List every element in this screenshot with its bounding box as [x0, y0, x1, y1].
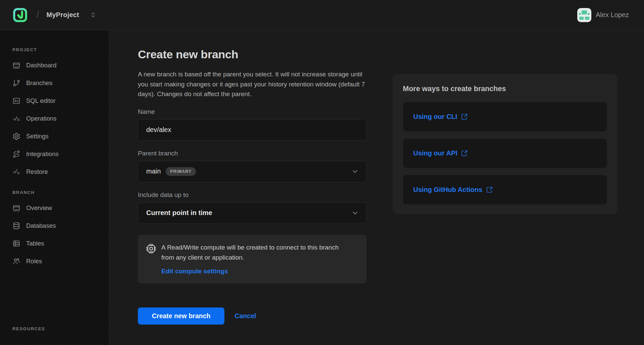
sidebar-item-integrations[interactable]: Integrations [12, 145, 109, 163]
sidebar-section-label: PROJECT [12, 47, 109, 52]
overview-icon [12, 204, 20, 212]
external-link-icon [461, 150, 468, 157]
sidebar-item-databases[interactable]: Databases [12, 217, 109, 234]
sidebar-item-label: Operations [26, 115, 57, 122]
external-link-icon [486, 186, 493, 193]
create-branch-button[interactable]: Create new branch [138, 307, 224, 325]
sidebar-item-label: Restore [26, 168, 48, 176]
sql-terminal-icon [12, 97, 20, 105]
cpu-icon [146, 244, 156, 254]
chevron-down-icon [351, 167, 359, 175]
name-label: Name [138, 108, 367, 116]
branch-name-input[interactable]: dev/alex [138, 119, 367, 141]
include-data-label: Include data up to [138, 191, 367, 199]
chevron-down-icon [351, 209, 359, 217]
edit-compute-settings-link[interactable]: Edit compute settings [161, 268, 228, 275]
sidebar-section-resources: RESOURCES [12, 326, 109, 331]
sidebar-item-label: Integrations [26, 150, 59, 158]
sidebar-section-label: RESOURCES [12, 326, 109, 331]
aside-cards: Using our CLIUsing our APIUsing GitHub A… [403, 102, 607, 205]
sidebar-item-tables[interactable]: Tables [12, 234, 109, 252]
brand: / MyProject [12, 7, 96, 23]
aside-card-using-github-actions[interactable]: Using GitHub Actions [403, 175, 607, 205]
database-icon [12, 222, 20, 230]
aside-card-using-our-cli[interactable]: Using our CLI [403, 102, 607, 132]
sidebar-nav: PROJECTDashboardBranchesSQL editorOperat… [12, 47, 109, 331]
page-description: A new branch is based off the parent you… [138, 69, 367, 99]
sidebar-item-overview[interactable]: Overview [12, 199, 109, 217]
sidebar-item-label: Dashboard [26, 62, 57, 69]
table-icon [12, 239, 20, 248]
sidebar-item-sql-editor[interactable]: SQL editor [12, 92, 109, 110]
sidebar-section-branch: BRANCHOverviewDatabasesTablesRoles [12, 190, 109, 270]
gear-icon [12, 132, 20, 140]
sidebar-item-roles[interactable]: Roles [12, 252, 109, 270]
sidebar-item-label: Overview [26, 204, 52, 212]
include-data-select[interactable]: Current point in time [138, 202, 367, 224]
aside-link-using-our-api[interactable]: Using our API [413, 149, 468, 157]
parent-branch-select[interactable]: main PRIMARY [138, 161, 367, 182]
users-icon [12, 257, 20, 265]
aside-link-using-our-cli[interactable]: Using our CLI [413, 113, 468, 121]
compute-note: A Read/Write compute will be created to … [161, 243, 351, 263]
aside-link-label: Using our CLI [413, 113, 457, 121]
user-name: Alex Lopez [596, 11, 629, 19]
include-data-value: Current point in time [146, 209, 212, 217]
route-icon [12, 150, 20, 158]
breadcrumb-project-name[interactable]: MyProject [47, 11, 79, 19]
chevrons-up-down-icon[interactable] [90, 12, 96, 18]
sidebar-item-label: Tables [26, 240, 44, 247]
aside-link-using-github-actions[interactable]: Using GitHub Actions [413, 186, 493, 194]
sidebar-item-restore[interactable]: Restore [12, 163, 109, 181]
sidebar: PROJECTDashboardBranchesSQL editorOperat… [0, 30, 109, 345]
more-ways-panel: More ways to create branches Using our C… [393, 74, 617, 214]
operations-check-icon [12, 115, 20, 123]
sidebar-item-operations[interactable]: Operations [12, 110, 109, 127]
sidebar-section-project: PROJECTDashboardBranchesSQL editorOperat… [12, 47, 109, 181]
dashboard-icon [12, 61, 20, 69]
sidebar-item-branches[interactable]: Branches [12, 74, 109, 92]
sidebar-item-settings[interactable]: Settings [12, 127, 109, 145]
aside-link-label: Using GitHub Actions [413, 186, 482, 194]
topbar: / MyProject Alex Lopez [0, 0, 644, 30]
sidebar-item-dashboard[interactable]: Dashboard [12, 56, 109, 74]
main-content: Create new branch A new branch is based … [110, 30, 644, 345]
parent-branch-label: Parent branch [138, 150, 367, 157]
more-ways-title: More ways to create branches [403, 85, 607, 93]
sidebar-section-label: BRANCH [12, 190, 109, 195]
compute-info-box: A Read/Write compute will be created to … [138, 235, 367, 283]
git-branch-icon [12, 79, 20, 87]
cancel-button[interactable]: Cancel [234, 312, 256, 320]
avatar[interactable] [577, 8, 591, 22]
aside-link-label: Using our API [413, 149, 457, 157]
user-menu[interactable]: Alex Lopez [577, 8, 629, 22]
page-title: Create new branch [138, 48, 367, 61]
sidebar-item-label: Branches [26, 79, 52, 87]
breadcrumb-divider: / [37, 9, 39, 20]
form-actions: Create new branch Cancel [138, 307, 367, 325]
create-branch-form: Create new branch A new branch is based … [138, 30, 367, 325]
sidebar-item-label: Roles [26, 258, 42, 265]
external-link-icon [461, 113, 468, 120]
primary-badge: PRIMARY [166, 167, 196, 176]
sidebar-item-label: Settings [26, 133, 49, 140]
aside-card-using-our-api[interactable]: Using our API [403, 138, 607, 168]
sidebar-item-label: Databases [26, 222, 56, 229]
branch-name-value: dev/alex [146, 126, 171, 134]
parent-branch-value: main [146, 167, 161, 175]
sidebar-item-label: SQL editor [26, 97, 56, 105]
restore-check-icon [12, 168, 20, 176]
neon-logo-icon[interactable] [12, 7, 28, 23]
